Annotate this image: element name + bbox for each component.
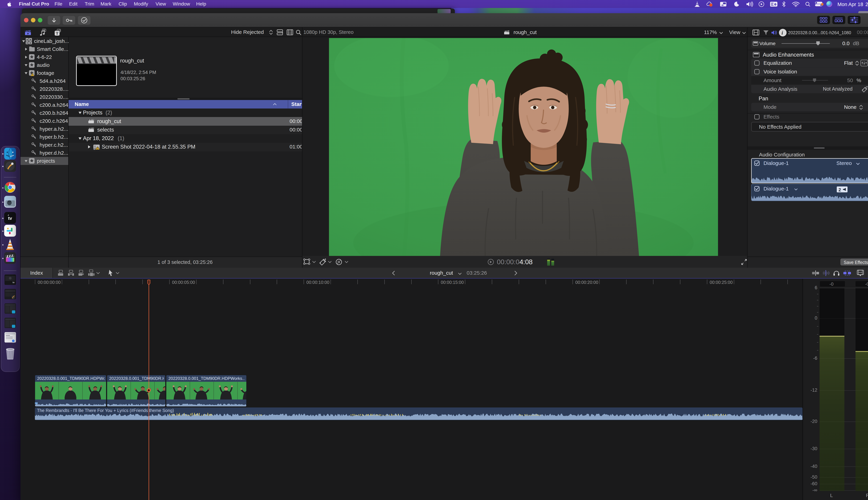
- svg-text:tv: tv: [8, 216, 12, 221]
- svg-text:tv: tv: [13, 281, 14, 284]
- svg-text:T: T: [56, 31, 58, 35]
